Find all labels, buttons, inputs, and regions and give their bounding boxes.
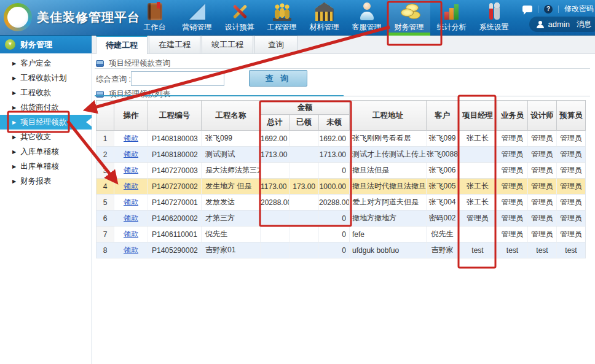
- cell-estimator: 管理员: [557, 131, 586, 147]
- user-pill[interactable]: admin 消息: [529, 17, 595, 32]
- cell-op: 领款: [114, 163, 148, 179]
- nav-item-book[interactable]: 工作台: [133, 0, 176, 36]
- sidebar-item-3[interactable]: ▶供货商付款: [0, 100, 92, 115]
- receive-payment-link[interactable]: 领款: [124, 182, 138, 190]
- logo: 美佳装修管理平台: [4, 3, 140, 31]
- sidebar-item-label: 供货商付款: [20, 103, 59, 113]
- payments-table: 操作工程编号工程名称金额工程地址客户项目经理业务员设计师预算员总计已领未领 1领…: [96, 100, 586, 258]
- search-input[interactable]: [131, 71, 224, 86]
- divider: [95, 68, 590, 69]
- team-icon: [273, 2, 291, 21]
- table-row: 7领款P1406110001倪先生0fefe倪先生管理员管理员管理员: [97, 227, 586, 242]
- help-icon[interactable]: [544, 5, 553, 14]
- sidebar-item-5[interactable]: ▶其它收支: [0, 130, 92, 144]
- sidebar-item-0[interactable]: ▶客户定金: [0, 56, 92, 71]
- amount-group-header: 金额: [261, 101, 350, 115]
- sidebar: 财务管理 ▶客户定金▶工程收款计划▶工程收款▶供货商付款▶项目经理领款▶其它收支…: [0, 36, 92, 364]
- receive-payment-link[interactable]: 领款: [124, 246, 138, 254]
- divider: [558, 6, 559, 13]
- messages-link[interactable]: 消息: [577, 19, 591, 29]
- nav-item-team[interactable]: 工程管理: [261, 0, 303, 36]
- cell-received: [290, 211, 319, 227]
- cell-client: 张飞004: [427, 195, 459, 211]
- tab-1[interactable]: 在建工程: [149, 36, 200, 53]
- cell-unreceived: 0: [319, 211, 350, 227]
- nav-item-tools[interactable]: 系统设置: [473, 0, 515, 36]
- nav-item-warehouse[interactable]: 材料管理: [303, 0, 345, 36]
- sidebar-item-2[interactable]: ▶工程收款: [0, 85, 92, 100]
- receive-payment-link[interactable]: 领款: [124, 134, 138, 142]
- panel-icon: [96, 60, 104, 67]
- nav-item-label: 财务管理: [395, 22, 424, 33]
- cell-sales: 管理员: [497, 211, 528, 227]
- sidebar-item-7[interactable]: ▶出库单稽核: [0, 159, 92, 174]
- sidebar-item-4[interactable]: ▶项目经理领款: [0, 115, 92, 130]
- cell-estimator: 管理员: [557, 179, 586, 195]
- triangle-bullet-icon: ▶: [12, 120, 16, 125]
- cell-estimator: 管理员: [557, 227, 586, 242]
- cell-unreceived: 0: [319, 227, 350, 242]
- sidebar-menu: ▶客户定金▶工程收款计划▶工程收款▶供货商付款▶项目经理领款▶其它收支▶入库单稽…: [0, 53, 92, 188]
- cell-address: 撒旦法时代撒旦法撒旦法: [350, 179, 427, 195]
- tab-3[interactable]: 查询: [254, 36, 298, 53]
- receive-payment-link[interactable]: 领款: [124, 198, 138, 206]
- col-header: 项目经理: [459, 101, 497, 131]
- tools-icon: [485, 2, 503, 21]
- nav-item-ruler[interactable]: 营销管理: [176, 0, 218, 36]
- cell-num: 8: [97, 242, 114, 258]
- tab-bar: 待建工程在建工程竣工工程查询: [92, 36, 595, 54]
- nav-item-design[interactable]: 设计预算: [218, 0, 261, 36]
- nav-item-coins[interactable]: 财务管理: [388, 0, 430, 36]
- cell-unreceived: 0: [319, 163, 350, 179]
- col-header: [97, 101, 114, 131]
- cell-designer: 管理员: [528, 179, 557, 195]
- tab-0[interactable]: 待建工程: [96, 36, 148, 54]
- cell-client: 张飞0088: [427, 147, 459, 163]
- sidebar-item-6[interactable]: ▶入库单稽核: [0, 144, 92, 159]
- cell-client: 张飞006: [427, 163, 459, 179]
- message-bubble-icon[interactable]: [522, 6, 532, 12]
- cell-pm: [459, 163, 497, 179]
- cell-received: [290, 147, 319, 163]
- cell-pm: 张工长: [459, 195, 497, 211]
- cell-designer: test: [528, 242, 557, 258]
- cell-op: 领款: [114, 227, 148, 242]
- sidebar-item-1[interactable]: ▶工程收款计划: [0, 71, 92, 85]
- cell-total: [261, 163, 290, 179]
- divider: [538, 6, 538, 13]
- cell-name: 倪先生: [202, 227, 261, 242]
- list-section-title-text: 项目经理领款列表: [109, 89, 170, 99]
- cell-pm: test: [459, 242, 497, 258]
- cell-total: [261, 242, 290, 258]
- sidebar-item-8[interactable]: ▶财务报表: [0, 174, 92, 188]
- receive-payment-link[interactable]: 领款: [124, 166, 138, 174]
- app-title: 美佳装修管理平台: [37, 9, 140, 26]
- nav-item-chart[interactable]: 统计分析: [430, 0, 473, 36]
- list-section-title: 项目经理领款列表: [96, 89, 170, 99]
- nav-item-label: 设计预算: [225, 22, 254, 33]
- tab-2[interactable]: 竣工工程: [202, 36, 253, 53]
- cell-designer: 管理员: [528, 131, 557, 147]
- query-section-title: 项目经理领款查询: [96, 58, 170, 69]
- cell-code: P1407270002: [148, 179, 202, 195]
- sidebar-header[interactable]: 财务管理: [0, 36, 92, 53]
- receive-payment-link[interactable]: 领款: [124, 230, 138, 238]
- table-wrap: 操作工程编号工程名称金额工程地址客户项目经理业务员设计师预算员总计已领未领 1领…: [96, 100, 586, 258]
- sidebar-item-label: 财务报表: [20, 176, 51, 187]
- cell-num: 6: [97, 211, 114, 227]
- panel-icon: [96, 91, 104, 98]
- cell-op: 领款: [114, 179, 148, 195]
- warehouse-icon: [315, 2, 334, 21]
- search-button[interactable]: 查 询: [249, 70, 307, 87]
- cell-unreceived: 1713.00: [319, 147, 350, 163]
- cell-received: 173.00: [290, 179, 319, 195]
- cell-code: P1406110001: [148, 227, 202, 242]
- nav-item-service[interactable]: 客服管理: [345, 0, 388, 36]
- cell-designer: 管理员: [528, 147, 557, 163]
- header-utilities: 修改密码: [522, 4, 595, 14]
- receive-payment-link[interactable]: 领款: [124, 150, 138, 158]
- table-header-row: 操作工程编号工程名称金额工程地址客户项目经理业务员设计师预算员: [97, 101, 586, 115]
- change-password-link[interactable]: 修改密码: [564, 4, 594, 14]
- receive-payment-link[interactable]: 领款: [124, 214, 138, 222]
- col-header: 预算员: [557, 101, 586, 131]
